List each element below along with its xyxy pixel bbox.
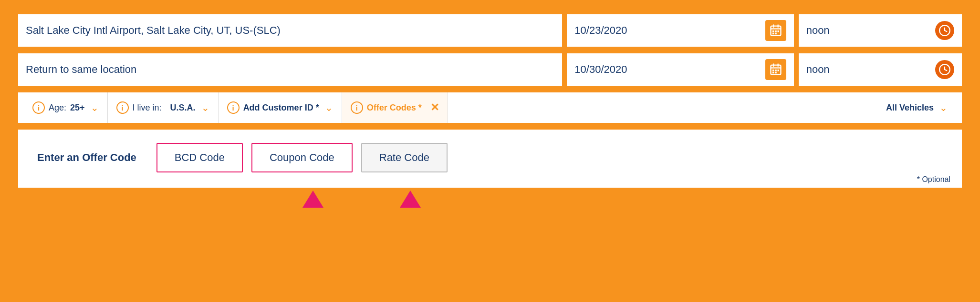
pickup-time-text: noon <box>806 24 830 37</box>
svg-rect-4 <box>772 30 774 32</box>
customer-id-info-icon[interactable]: i <box>227 101 240 114</box>
return-time-field[interactable]: noon <box>798 52 963 87</box>
main-container: Salt Lake City Intl Airport, Salt Lake C… <box>9 9 971 224</box>
return-location-field[interactable]: Return to same location <box>17 52 563 87</box>
coupon-code-button[interactable]: Coupon Code <box>251 143 353 172</box>
livein-label: I live in: <box>133 103 162 113</box>
vehicles-label: All Vehicles <box>886 103 934 113</box>
return-row: Return to same location 10/30/2020 no <box>17 52 963 87</box>
offer-panel: Enter an Offer Code BCD Code Coupon Code… <box>17 129 963 189</box>
pickup-row: Salt Lake City Intl Airport, Salt Lake C… <box>17 13 963 48</box>
svg-line-23 <box>945 70 947 70</box>
offer-codes-close-icon[interactable]: ✕ <box>430 101 439 114</box>
bcd-code-button[interactable]: BCD Code <box>156 143 243 172</box>
svg-rect-8 <box>775 33 777 35</box>
livein-chevron-icon[interactable]: ⌄ <box>201 102 209 113</box>
svg-rect-17 <box>775 70 777 71</box>
offer-codes-label: Offer Codes * <box>367 103 422 113</box>
svg-rect-5 <box>775 30 777 32</box>
age-chevron-icon[interactable]: ⌄ <box>91 102 99 113</box>
bcd-arrow-up-icon <box>302 191 323 208</box>
age-filter[interactable]: i Age: 25+ ⌄ <box>24 92 108 123</box>
pickup-location-field[interactable]: Salt Lake City Intl Airport, Salt Lake C… <box>17 13 563 48</box>
svg-rect-16 <box>772 70 774 71</box>
filters-row: i Age: 25+ ⌄ i I live in: U.S.A. ⌄ i Add… <box>17 91 963 124</box>
svg-rect-18 <box>777 70 779 71</box>
svg-rect-19 <box>772 72 774 74</box>
offer-panel-intro: Enter an Offer Code <box>37 151 136 164</box>
svg-rect-7 <box>772 33 774 35</box>
pickup-calendar-icon[interactable] <box>765 20 786 41</box>
customer-id-label: Add Customer ID * <box>243 103 319 113</box>
pickup-clock-icon[interactable] <box>935 21 954 40</box>
svg-rect-20 <box>775 72 777 74</box>
bcd-arrow-wrapper <box>302 191 323 208</box>
return-date-text: 10/30/2020 <box>574 63 627 76</box>
arrows-row <box>17 191 963 215</box>
customer-id-filter[interactable]: i Add Customer ID * ⌄ <box>219 92 342 123</box>
livein-info-icon[interactable]: i <box>116 101 129 114</box>
age-label: Age: <box>49 103 66 113</box>
age-value: 25+ <box>70 103 85 113</box>
livein-filter[interactable]: i I live in: U.S.A. ⌄ <box>108 92 219 123</box>
pickup-time-field[interactable]: noon <box>798 13 963 48</box>
optional-label: * Optional <box>917 175 950 184</box>
svg-rect-6 <box>777 30 779 32</box>
return-location-text: Return to same location <box>26 63 136 76</box>
svg-line-11 <box>945 30 947 31</box>
coupon-arrow-up-icon <box>400 191 421 208</box>
offer-codes-filter[interactable]: i Offer Codes * ✕ <box>342 92 448 123</box>
offer-codes-info-icon[interactable]: i <box>351 101 363 114</box>
rate-code-button[interactable]: Rate Code <box>361 143 448 172</box>
age-info-icon[interactable]: i <box>32 101 45 114</box>
livein-value: U.S.A. <box>170 103 196 113</box>
return-time-text: noon <box>806 63 830 76</box>
pickup-date-text: 10/23/2020 <box>574 24 627 37</box>
return-date-field[interactable]: 10/30/2020 <box>566 52 794 87</box>
coupon-arrow-wrapper <box>400 191 421 208</box>
customer-id-chevron-icon[interactable]: ⌄ <box>325 102 333 113</box>
return-clock-icon[interactable] <box>935 60 954 79</box>
pickup-location-text: Salt Lake City Intl Airport, Salt Lake C… <box>26 24 281 37</box>
vehicles-chevron-icon[interactable]: ⌄ <box>939 102 948 113</box>
vehicles-filter[interactable]: All Vehicles ⌄ <box>877 92 956 123</box>
return-calendar-icon[interactable] <box>765 59 786 80</box>
pickup-date-field[interactable]: 10/23/2020 <box>566 13 794 48</box>
